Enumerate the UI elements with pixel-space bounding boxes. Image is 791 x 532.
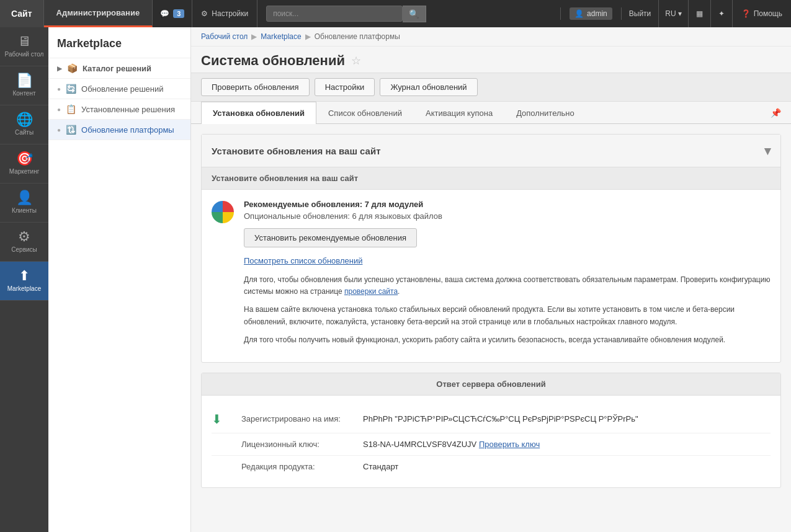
main-content: Рабочий стол ▶ Marketplace ▶ Обновление … xyxy=(191,27,791,532)
tab-extra-label: Дополнительно xyxy=(516,109,574,118)
settings-btn[interactable]: ⚙ Настройки xyxy=(192,0,257,27)
optional-count: Опциональные обновления: 6 для языковых … xyxy=(244,211,771,221)
breadcrumb-desktop[interactable]: Рабочий стол xyxy=(201,32,248,41)
edition-label: Редакция продукта: xyxy=(241,462,353,471)
view-list-link[interactable]: Посмотреть список обновлений xyxy=(244,256,771,265)
main-layout: 🖥 Рабочий стол 📄 Контент 🌐 Сайты 🎯 Марке… xyxy=(0,27,791,532)
bullet-icon2: ● xyxy=(57,106,61,113)
info-text-3: Для того чтобы получить новый функционал… xyxy=(244,334,771,346)
sidebar-nav: Marketplace ▶ 📦 Каталог решений ● 🔄 Обно… xyxy=(48,27,191,532)
site-tab[interactable]: Сайт xyxy=(0,0,44,27)
sidebar-item-clients[interactable]: 👤 Клиенты xyxy=(0,184,48,223)
search-button[interactable]: 🔍 xyxy=(403,6,426,22)
tab-coupon[interactable]: Активация купона xyxy=(414,102,504,124)
lang-label: RU xyxy=(665,9,676,18)
search-area: 🔍 xyxy=(257,6,560,22)
favorite-star-icon[interactable]: ☆ xyxy=(351,54,361,68)
sidebar-nav-update-solutions[interactable]: ● 🔄 Обновление решений xyxy=(48,79,190,99)
content-area: Установите обновления на ваш сайт ▾ Уста… xyxy=(191,124,791,498)
server-row-license: Лицензионный ключ: S18-NA-U4MRCLVSF8V4ZU… xyxy=(212,433,771,456)
sites-label: Сайты xyxy=(15,129,34,136)
search-input[interactable] xyxy=(266,6,403,22)
breadcrumb-current: Обновление платформы xyxy=(315,32,400,41)
breadcrumb: Рабочий стол ▶ Marketplace ▶ Обновление … xyxy=(191,27,791,47)
lang-btn[interactable]: RU ▾ xyxy=(659,0,688,27)
updates-inner-title: Установите обновления на ваш сайт xyxy=(212,174,358,183)
marketplace-label: Marketplace xyxy=(7,285,41,293)
platform-icon: 🔃 xyxy=(66,125,76,135)
installed-label: Установленные решения xyxy=(81,105,175,114)
tab-list[interactable]: Список обновлений xyxy=(316,102,414,124)
help-icon: ❓ xyxy=(741,9,751,18)
marketing-icon: 🎯 xyxy=(16,152,33,166)
desktop-label: Рабочий стол xyxy=(5,51,44,58)
collapse-icon[interactable]: ▾ xyxy=(764,143,771,158)
username-label: admin xyxy=(587,9,607,18)
install-btn[interactable]: Установить рекомендуемые обновления xyxy=(244,228,417,247)
gear-icon: ⚙ xyxy=(201,9,208,18)
info-text-1: Для того, чтобы обновления были успешно … xyxy=(244,274,771,298)
updates-panel-header: Установите обновления на ваш сайт ▾ xyxy=(202,135,780,167)
tab-coupon-label: Активация купона xyxy=(426,109,493,118)
catalog-label: Каталог решений xyxy=(83,64,151,73)
content-icon: 📄 xyxy=(16,74,33,87)
breadcrumb-sep1: ▶ xyxy=(251,32,257,41)
grid-icon: ▦ xyxy=(696,9,703,18)
user-area: 👤 admin xyxy=(560,7,622,20)
logout-label: Выйти xyxy=(629,9,651,18)
check-updates-btn[interactable]: Проверить обновления xyxy=(201,78,310,96)
update-ball-icon xyxy=(212,201,234,223)
sidebar-nav-title: Marketplace xyxy=(48,27,190,58)
help-btn[interactable]: ❓ Помощь xyxy=(733,0,791,27)
catalog-icon: 📦 xyxy=(67,63,78,73)
admin-label: Администрирование xyxy=(56,8,140,17)
tab-install[interactable]: Установка обновлений xyxy=(201,102,316,124)
update-log-btn[interactable]: Журнал обновлений xyxy=(380,78,477,96)
grid-btn[interactable]: ▦ xyxy=(689,0,711,27)
desktop-icon: 🖥 xyxy=(17,35,31,48)
check-key-link[interactable]: Проверить ключ xyxy=(479,440,540,449)
pin-btn[interactable]: ✦ xyxy=(711,0,733,27)
sidebar-item-sites[interactable]: 🌐 Сайты xyxy=(0,105,48,144)
license-value: S18-NA-U4MRCLVSF8V4ZUJV Проверить ключ xyxy=(363,440,540,449)
update-info-row: Рекомендуемые обновления: 7 для модулей … xyxy=(202,190,780,362)
sidebar-nav-installed[interactable]: ● 📋 Установленные решения xyxy=(48,99,190,120)
breadcrumb-marketplace[interactable]: Marketplace xyxy=(261,32,301,41)
tab-pin-icon[interactable]: 📌 xyxy=(771,108,781,118)
sidebar-nav-catalog[interactable]: ▶ 📦 Каталог решений xyxy=(48,58,190,79)
sidebar-item-services[interactable]: ⚙ Сервисы xyxy=(0,223,48,262)
updates-panel: Установите обновления на ваш сайт ▾ Уста… xyxy=(201,134,781,363)
settings-btn[interactable]: Настройки xyxy=(315,78,375,96)
platform-update-label: Обновление платформы xyxy=(81,125,174,135)
toolbar: Проверить обновления Настройки Журнал об… xyxy=(191,73,791,102)
registered-label: Зарегистрировано на имя: xyxy=(241,414,353,423)
green-arrow-icon: ⬇ xyxy=(212,412,231,427)
topbar: Сайт Администрирование 💬 3 ⚙ Настройки 🔍… xyxy=(0,0,791,27)
site-label: Сайт xyxy=(11,9,32,19)
arrow-icon: ▶ xyxy=(57,65,62,72)
marketing-label: Маркетинг xyxy=(9,168,40,175)
sidebar-item-marketing[interactable]: 🎯 Маркетинг xyxy=(0,144,48,184)
tab-extra[interactable]: Дополнительно xyxy=(504,102,586,124)
user-info: 👤 admin xyxy=(570,7,612,20)
site-check-link[interactable]: проверки сайта xyxy=(344,287,398,296)
sidebar-nav-platform-update[interactable]: ● 🔃 Обновление платформы xyxy=(48,120,190,140)
updates-inner-header: Установите обновления на ваш сайт xyxy=(202,167,780,190)
recommended-count: Рекомендуемые обновления: 7 для модулей xyxy=(244,200,771,209)
messages-btn[interactable]: 💬 3 xyxy=(153,0,192,27)
sidebar-item-desktop[interactable]: 🖥 Рабочий стол xyxy=(0,27,48,66)
sidebar-item-content[interactable]: 📄 Контент xyxy=(0,66,48,105)
user-icon: 👤 xyxy=(574,9,584,18)
sites-icon: 🌐 xyxy=(16,113,33,126)
update-details: Рекомендуемые обновления: 7 для модулей … xyxy=(244,200,771,352)
chevron-down-icon: ▾ xyxy=(678,9,682,18)
messages-badge: 3 xyxy=(173,9,184,18)
server-section: Ответ сервера обновлений ⬇ Зарегистриров… xyxy=(201,373,781,488)
logout-btn[interactable]: Выйти xyxy=(622,0,659,27)
admin-tab[interactable]: Администрирование xyxy=(44,0,153,27)
license-label: Лицензионный ключ: xyxy=(241,440,353,449)
sidebar-item-marketplace[interactable]: ⬆ Marketplace xyxy=(0,262,48,301)
bullet-icon3: ● xyxy=(57,126,61,133)
topbar-right: Выйти RU ▾ ▦ ✦ ❓ Помощь xyxy=(622,0,791,27)
help-label: Помощь xyxy=(754,9,782,18)
